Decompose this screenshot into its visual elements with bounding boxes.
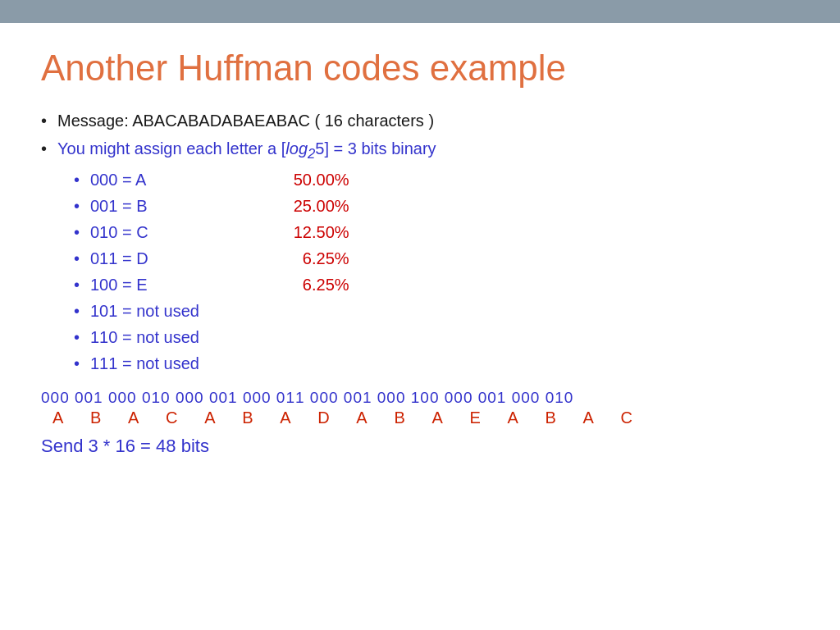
message-text: Message: ABACABADABAEABAC ( 16 character… xyxy=(57,112,434,130)
code-item-0: 000 = A 50.00% xyxy=(74,167,799,192)
code-label-0: 000 = A xyxy=(90,167,246,192)
send-row: Send 3 * 16 = 48 bits xyxy=(41,436,799,457)
main-bullet-list: Message: ABACABADABAEABAC ( 16 character… xyxy=(41,108,799,376)
log-symbol: log2 xyxy=(285,139,315,158)
code-item-4: 100 = E 6.25% xyxy=(74,272,799,297)
slide-content: Another Huffman codes example Message: A… xyxy=(0,23,840,473)
top-bar xyxy=(0,0,840,23)
assign-text: You might assign each letter a [log25] =… xyxy=(57,139,436,158)
code-label-2: 010 = C xyxy=(90,220,246,244)
code-item-1: 001 = B 25.00% xyxy=(74,194,799,218)
bullet-assign: You might assign each letter a [log25] =… xyxy=(41,136,799,376)
code-label-1: 001 = B xyxy=(90,194,246,218)
slide-title: Another Huffman codes example xyxy=(41,48,799,89)
code-label-3: 011 = D xyxy=(90,246,246,271)
sub-code-list: 000 = A 50.00% 001 = B 25.00% 010 = C 12… xyxy=(74,167,799,376)
bullet-message: Message: ABACABADABAEABAC ( 16 character… xyxy=(41,108,799,133)
binary-row: 000 001 000 010 000 001 000 011 000 001 … xyxy=(41,389,799,407)
letter-row: A B A C A B A D A B A E A B A C xyxy=(41,409,799,427)
pct-4: 6.25% xyxy=(251,272,349,297)
log-base: 2 xyxy=(308,146,315,162)
pct-3: 6.25% xyxy=(251,246,349,271)
code-label-7: 111 = not used xyxy=(90,351,246,376)
code-item-6: 110 = not used xyxy=(74,325,799,349)
pct-0: 50.00% xyxy=(251,167,349,192)
code-item-7: 111 = not used xyxy=(74,351,799,376)
pct-2: 12.50% xyxy=(251,220,349,244)
code-item-2: 010 = C 12.50% xyxy=(74,220,799,244)
code-item-3: 011 = D 6.25% xyxy=(74,246,799,271)
code-label-5: 101 = not used xyxy=(90,299,246,323)
code-label-6: 110 = not used xyxy=(90,325,246,349)
pct-1: 25.00% xyxy=(251,194,349,218)
code-item-5: 101 = not used xyxy=(74,299,799,323)
code-label-4: 100 = E xyxy=(90,272,246,297)
